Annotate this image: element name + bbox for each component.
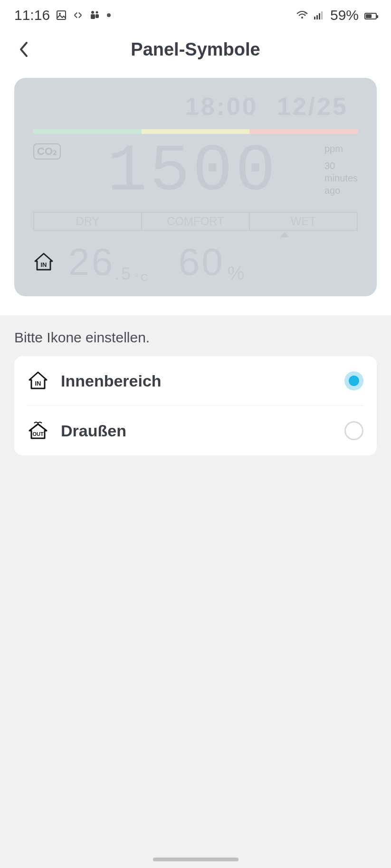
humidity-scale: DRY COMFORT WET bbox=[33, 212, 358, 231]
status-bar: 11:16 6 59% bbox=[0, 0, 391, 30]
option-indoor[interactable]: IN Innenbereich bbox=[14, 356, 377, 406]
preview-date: 12/25 bbox=[277, 92, 348, 121]
svg-rect-4 bbox=[91, 14, 95, 19]
device-preview-panel: 18:00 12/25 CO₂ 1500 ppm 30 minutes ago … bbox=[14, 78, 377, 296]
scale-pointer-icon bbox=[280, 232, 289, 237]
svg-point-3 bbox=[96, 11, 98, 14]
co2-age-unit: minutes bbox=[324, 172, 358, 184]
option-indoor-label: Innenbereich bbox=[61, 372, 332, 390]
radio-selected-icon bbox=[344, 371, 363, 390]
co2-meta: ppm 30 minutes ago bbox=[324, 142, 358, 197]
gallery-icon bbox=[56, 9, 67, 21]
status-left: 11:16 bbox=[14, 7, 111, 23]
outdoor-option-icon: OUT bbox=[28, 420, 48, 441]
indoor-option-icon: IN bbox=[28, 370, 48, 391]
co2-unit: ppm bbox=[324, 142, 358, 155]
svg-text:IN: IN bbox=[41, 261, 47, 268]
co2-value: 1500 bbox=[70, 139, 315, 205]
signal-icon bbox=[314, 11, 324, 19]
indoor-house-icon: IN bbox=[33, 252, 54, 273]
option-outdoor-label: Draußen bbox=[61, 422, 332, 440]
preview-container: 18:00 12/25 CO₂ 1500 ppm 30 minutes ago … bbox=[0, 68, 391, 315]
svg-text:IN: IN bbox=[35, 380, 41, 387]
scale-comfort: COMFORT bbox=[141, 213, 249, 230]
svg-rect-5 bbox=[95, 14, 99, 18]
co2-label-icon: CO₂ bbox=[33, 143, 61, 160]
scale-wet: WET bbox=[249, 213, 357, 230]
app-header: Panel-Symbole bbox=[0, 30, 391, 68]
notification-dot-icon bbox=[107, 13, 111, 17]
chevron-left-icon bbox=[18, 41, 29, 58]
temperature-decimal: .5 bbox=[114, 264, 133, 284]
air-quality-bar bbox=[33, 129, 358, 134]
selection-section: Bitte Ikone einstellen. IN Innenbereich … bbox=[0, 315, 391, 868]
svg-text:6: 6 bbox=[305, 11, 307, 15]
temperature-value: 26 bbox=[68, 240, 114, 284]
svg-rect-0 bbox=[57, 11, 66, 19]
status-right: 6 59% bbox=[296, 7, 377, 23]
svg-point-2 bbox=[91, 11, 94, 14]
status-time: 11:16 bbox=[14, 7, 50, 23]
svg-rect-11 bbox=[321, 11, 323, 19]
sync-icon bbox=[73, 10, 83, 20]
instruction-text: Bitte Ikone einstellen. bbox=[14, 330, 377, 346]
radio-unselected-icon bbox=[344, 421, 363, 440]
svg-rect-10 bbox=[319, 13, 320, 19]
preview-time: 18:00 bbox=[185, 92, 258, 121]
teams-icon bbox=[89, 9, 101, 21]
options-card: IN Innenbereich OUT Draußen bbox=[14, 356, 377, 455]
svg-point-6 bbox=[301, 17, 303, 19]
co2-age-number: 30 bbox=[324, 160, 358, 172]
co2-age-suffix: ago bbox=[324, 184, 358, 197]
svg-rect-8 bbox=[314, 17, 315, 19]
wifi-icon: 6 bbox=[296, 10, 308, 20]
temperature-unit: °C bbox=[134, 272, 150, 284]
scale-dry: DRY bbox=[34, 213, 141, 230]
battery-icon bbox=[364, 7, 377, 23]
option-outdoor[interactable]: OUT Draußen bbox=[28, 406, 363, 455]
back-button[interactable] bbox=[14, 40, 33, 59]
home-indicator[interactable] bbox=[153, 858, 238, 861]
battery-percentage: 59% bbox=[330, 7, 359, 23]
svg-point-1 bbox=[59, 13, 61, 15]
humidity-value: 60 bbox=[179, 240, 225, 284]
page-title: Panel-Symbole bbox=[0, 39, 391, 60]
humidity-unit: % bbox=[228, 263, 247, 284]
svg-text:OUT: OUT bbox=[32, 431, 44, 437]
svg-rect-9 bbox=[316, 15, 318, 19]
